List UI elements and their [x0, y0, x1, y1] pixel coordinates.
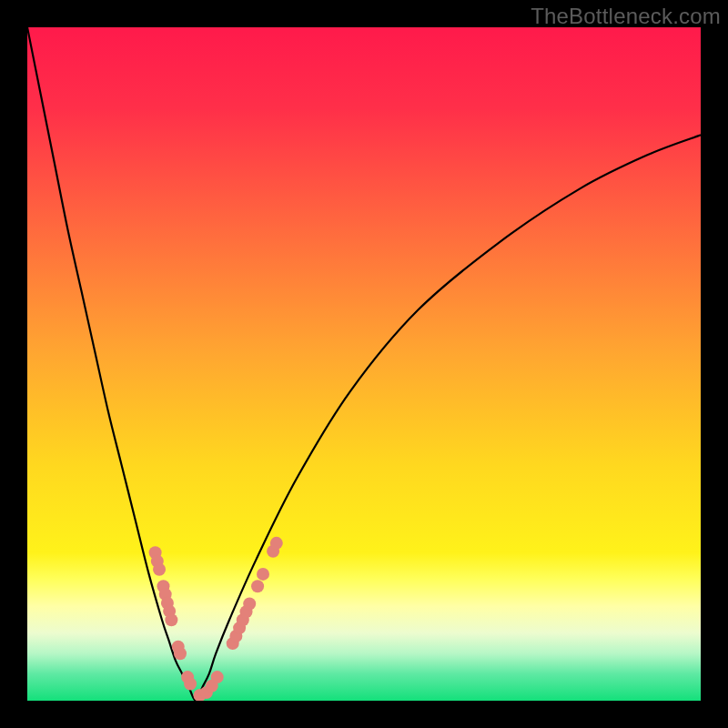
- chart-frame: TheBottleneck.com: [0, 0, 728, 728]
- data-marker: [243, 597, 256, 610]
- data-marker: [153, 563, 166, 576]
- bottleneck-curve: [27, 27, 701, 701]
- data-marker: [211, 671, 224, 683]
- watermark-text: TheBottleneck.com: [531, 4, 721, 29]
- data-marker: [184, 678, 197, 691]
- marker-group: [149, 537, 283, 701]
- data-marker: [257, 568, 269, 581]
- data-marker: [174, 647, 187, 660]
- curve-layer: [27, 27, 701, 701]
- data-marker: [251, 580, 264, 592]
- data-marker: [165, 613, 177, 626]
- plot-area: [27, 27, 701, 701]
- data-marker: [270, 537, 283, 550]
